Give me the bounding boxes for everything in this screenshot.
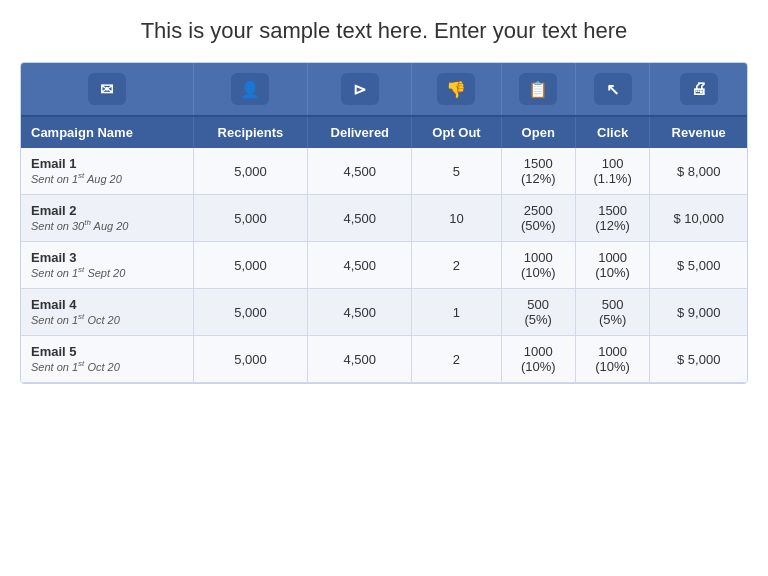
header-recipients: Recipients: [193, 116, 308, 148]
data-cell: 4,500: [308, 289, 412, 336]
campaign-name-cell: Email 3Sent on 1st Sept 20: [21, 242, 193, 289]
data-cell: 1500(12%): [501, 148, 575, 195]
data-cell: 5,000: [193, 289, 308, 336]
data-cell: 5,000: [193, 242, 308, 289]
email-campaign-table: ✉ 👤 ⊳ 👎 📋 ↖ 🖨 Campaign Name Recipients D…: [20, 62, 748, 384]
data-cell: 5,000: [193, 336, 308, 383]
campaign-name: Email 2: [31, 203, 187, 218]
icon-col7: 🖨: [650, 63, 747, 116]
header-delivered: Delivered: [308, 116, 412, 148]
table-row: Email 5Sent on 1st Oct 205,0004,50021000…: [21, 336, 747, 383]
email-icon: ✉: [88, 73, 126, 105]
campaign-name-cell: Email 1Sent on 1st Aug 20: [21, 148, 193, 195]
campaign-date: Sent on 1st Oct 20: [31, 361, 120, 373]
data-cell: $ 8,000: [650, 148, 747, 195]
data-cell: 5: [412, 148, 501, 195]
table-row: Email 1Sent on 1st Aug 205,0004,50051500…: [21, 148, 747, 195]
header-campaign-name: Campaign Name: [21, 116, 193, 148]
icon-col3: ⊳: [308, 63, 412, 116]
delivered-icon: ⊳: [341, 73, 379, 105]
icon-col1: ✉: [21, 63, 193, 116]
data-cell: 1000(10%): [501, 336, 575, 383]
table-row: Email 2Sent on 30th Aug 205,0004,5001025…: [21, 195, 747, 242]
data-cell: 1500(12%): [575, 195, 650, 242]
data-cell: 4,500: [308, 242, 412, 289]
table-row: Email 4Sent on 1st Oct 205,0004,5001500(…: [21, 289, 747, 336]
data-cell: 1000(10%): [575, 242, 650, 289]
campaign-table-body: Email 1Sent on 1st Aug 205,0004,50051500…: [21, 148, 747, 383]
optout-icon: 👎: [437, 73, 475, 105]
icon-header-row: ✉ 👤 ⊳ 👎 📋 ↖ 🖨: [21, 63, 747, 116]
data-cell: 500(5%): [575, 289, 650, 336]
header-click: Click: [575, 116, 650, 148]
data-cell: $ 5,000: [650, 336, 747, 383]
data-cell: 4,500: [308, 148, 412, 195]
header-open: Open: [501, 116, 575, 148]
user-icon: 👤: [231, 73, 269, 105]
open-icon: 📋: [519, 73, 557, 105]
campaign-date: Sent on 30th Aug 20: [31, 220, 128, 232]
data-cell: 5,000: [193, 148, 308, 195]
campaign-name-cell: Email 5Sent on 1st Oct 20: [21, 336, 193, 383]
icon-col5: 📋: [501, 63, 575, 116]
data-cell: 5,000: [193, 195, 308, 242]
revenue-icon: 🖨: [680, 73, 718, 105]
page-title: This is your sample text here. Enter you…: [20, 18, 748, 44]
data-cell: 2500(50%): [501, 195, 575, 242]
data-cell: 1000(10%): [575, 336, 650, 383]
data-cell: $ 9,000: [650, 289, 747, 336]
data-cell: 100(1.1%): [575, 148, 650, 195]
data-cell: 4,500: [308, 195, 412, 242]
icon-col2: 👤: [193, 63, 308, 116]
label-header-row: Campaign Name Recipients Delivered Opt O…: [21, 116, 747, 148]
campaign-name: Email 1: [31, 156, 187, 171]
campaign-name-cell: Email 4Sent on 1st Oct 20: [21, 289, 193, 336]
header-revenue: Revenue: [650, 116, 747, 148]
header-opt-out: Opt Out: [412, 116, 501, 148]
campaign-date: Sent on 1st Aug 20: [31, 173, 122, 185]
table-row: Email 3Sent on 1st Sept 205,0004,5002100…: [21, 242, 747, 289]
campaign-date: Sent on 1st Sept 20: [31, 267, 125, 279]
icon-col6: ↖: [575, 63, 650, 116]
data-cell: $ 5,000: [650, 242, 747, 289]
campaign-name-cell: Email 2Sent on 30th Aug 20: [21, 195, 193, 242]
data-cell: 500(5%): [501, 289, 575, 336]
data-cell: 1: [412, 289, 501, 336]
icon-col4: 👎: [412, 63, 501, 116]
data-cell: 10: [412, 195, 501, 242]
data-cell: 4,500: [308, 336, 412, 383]
campaign-date: Sent on 1st Oct 20: [31, 314, 120, 326]
click-icon: ↖: [594, 73, 632, 105]
campaign-name: Email 5: [31, 344, 187, 359]
data-cell: 1000(10%): [501, 242, 575, 289]
data-cell: $ 10,000: [650, 195, 747, 242]
data-cell: 2: [412, 336, 501, 383]
campaign-name: Email 4: [31, 297, 187, 312]
campaign-name: Email 3: [31, 250, 187, 265]
data-cell: 2: [412, 242, 501, 289]
